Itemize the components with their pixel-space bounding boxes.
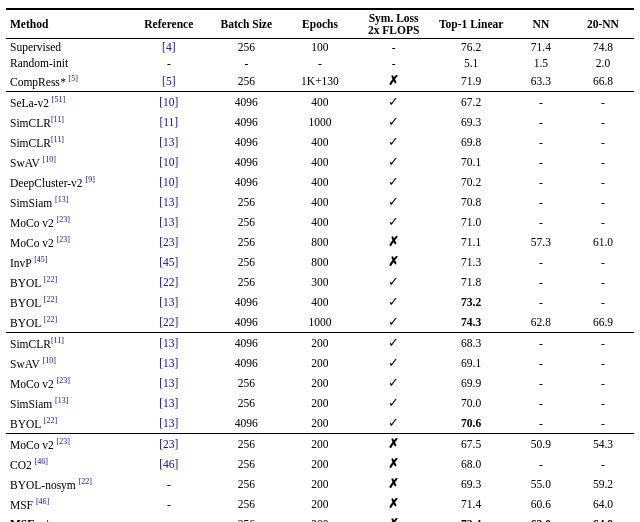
cell-epochs: 100 (285, 39, 355, 56)
cell-batch-size: 256 (208, 71, 286, 92)
cell-reference: [23] (130, 434, 208, 455)
table-row: MSF [46]-256200✗71.460.664.0 (6, 494, 634, 514)
cell-batch-size: 256 (208, 212, 286, 232)
cell-nn: - (510, 393, 572, 413)
cell-top1: 71.8 (432, 272, 510, 292)
cell-nn: - (510, 92, 572, 113)
cell-epochs: 200 (285, 393, 355, 413)
cell-method: Random-init (6, 55, 130, 71)
cell-epochs: 200 (285, 373, 355, 393)
cell-sym-loss: ✓ (355, 333, 433, 354)
cell-epochs: 200 (285, 353, 355, 373)
cell-reference: - (130, 514, 208, 522)
table-row: SeLa-v2 [51][10]4096400✓67.2-- (6, 92, 634, 113)
table-row: BYOL [22][13]4096200✓70.6-- (6, 413, 634, 434)
cell-reference: [5] (130, 71, 208, 92)
cell-epochs: 200 (285, 514, 355, 522)
cell-batch-size: 256 (208, 474, 286, 494)
cell-top1: 70.2 (432, 172, 510, 192)
header-reference: Reference (130, 9, 208, 39)
table-row: MoCo v2 [23][13]256200✓69.9-- (6, 373, 634, 393)
cell-top1: 69.9 (432, 373, 510, 393)
cell-method: BYOL [22] (6, 312, 130, 333)
cell-epochs: 400 (285, 212, 355, 232)
cell-20nn: 64.9 (572, 514, 634, 522)
cell-nn: - (510, 132, 572, 152)
cell-method: MoCo v2 [23] (6, 232, 130, 252)
cell-20nn: 66.9 (572, 312, 634, 333)
cell-nn: - (510, 373, 572, 393)
cell-sym-loss: ✓ (355, 92, 433, 113)
cell-top1: 71.1 (432, 232, 510, 252)
cell-sym-loss: ✓ (355, 312, 433, 333)
cell-method: CO2 [46] (6, 454, 130, 474)
table-row: BYOL [22][22]256300✓71.8-- (6, 272, 634, 292)
cell-top1: 73.2 (432, 292, 510, 312)
cell-epochs: 200 (285, 494, 355, 514)
cell-sym-loss: ✗ (355, 494, 433, 514)
cell-top1: 72.4 (432, 514, 510, 522)
cell-top1: 67.2 (432, 92, 510, 113)
cell-method: MSF w/s (6, 514, 130, 522)
table-row: MoCo v2 [23][23]256200✗67.550.954.3 (6, 434, 634, 455)
cell-sym-loss: ✗ (355, 514, 433, 522)
cell-epochs: 200 (285, 333, 355, 354)
header-sym-loss: Sym. Loss2x FLOPS (355, 9, 433, 39)
cell-top1: 71.3 (432, 252, 510, 272)
table-row: BYOL-nosym [22]-256200✗69.355.059.2 (6, 474, 634, 494)
cell-epochs: 1000 (285, 312, 355, 333)
cell-method: BYOL [22] (6, 413, 130, 434)
cell-top1: 70.1 (432, 152, 510, 172)
cell-epochs: 800 (285, 252, 355, 272)
cell-sym-loss: ✗ (355, 252, 433, 272)
table-row: SimCLR[11][11]40961000✓69.3-- (6, 112, 634, 132)
cell-batch-size: - (208, 55, 286, 71)
table-row: Random-init----5.11.52.0 (6, 55, 634, 71)
cell-sym-loss: - (355, 39, 433, 56)
cell-top1: 69.1 (432, 353, 510, 373)
cell-epochs: 800 (285, 232, 355, 252)
cell-top1: 68.0 (432, 454, 510, 474)
cell-nn: - (510, 292, 572, 312)
cell-method: SwAV [10] (6, 353, 130, 373)
cell-20nn: - (572, 252, 634, 272)
cell-20nn: 61.0 (572, 232, 634, 252)
cell-reference: - (130, 494, 208, 514)
cell-sym-loss: ✓ (355, 353, 433, 373)
cell-sym-loss: ✓ (355, 373, 433, 393)
cell-sym-loss: ✗ (355, 71, 433, 92)
cell-20nn: - (572, 132, 634, 152)
cell-nn: 57.3 (510, 232, 572, 252)
cell-epochs: 200 (285, 434, 355, 455)
cell-nn: 50.9 (510, 434, 572, 455)
cell-reference: [13] (130, 413, 208, 434)
table-row: DeepCluster-v2 [9][10]4096400✓70.2-- (6, 172, 634, 192)
cell-20nn: 64.0 (572, 494, 634, 514)
cell-sym-loss: ✗ (355, 474, 433, 494)
cell-method: SimCLR[11] (6, 132, 130, 152)
cell-method: SimCLR[11] (6, 112, 130, 132)
cell-batch-size: 256 (208, 494, 286, 514)
cell-reference: [13] (130, 212, 208, 232)
cell-batch-size: 256 (208, 454, 286, 474)
cell-method: SeLa-v2 [51] (6, 92, 130, 113)
cell-epochs: 400 (285, 172, 355, 192)
cell-sym-loss: ✓ (355, 132, 433, 152)
cell-reference: [45] (130, 252, 208, 272)
cell-reference: [13] (130, 192, 208, 212)
cell-nn: 60.6 (510, 494, 572, 514)
table-row: MSF w/s-256200✗72.462.064.9 (6, 514, 634, 522)
cell-nn: - (510, 152, 572, 172)
cell-epochs: 200 (285, 474, 355, 494)
cell-epochs: 400 (285, 152, 355, 172)
cell-batch-size: 4096 (208, 413, 286, 434)
table-row: SimSiam [13][13]256200✓70.0-- (6, 393, 634, 413)
cell-method: BYOL [22] (6, 272, 130, 292)
cell-epochs: - (285, 55, 355, 71)
cell-top1: 70.8 (432, 192, 510, 212)
header-nn: NN (510, 9, 572, 39)
cell-nn: - (510, 272, 572, 292)
cell-epochs: 400 (285, 92, 355, 113)
cell-reference: - (130, 474, 208, 494)
table-row: MoCo v2 [23][13]256400✓71.0-- (6, 212, 634, 232)
